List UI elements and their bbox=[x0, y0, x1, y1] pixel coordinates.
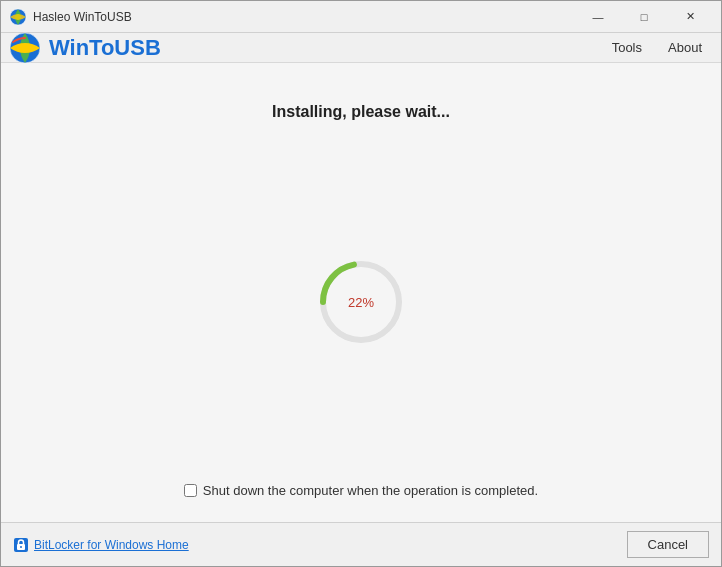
title-bar-controls: — □ ✕ bbox=[575, 1, 713, 33]
bitlocker-link[interactable]: BitLocker for Windows Home bbox=[13, 537, 189, 553]
menu-bar: WinToUSB Tools About bbox=[1, 33, 721, 63]
bottom-area: Shut down the computer when the operatio… bbox=[1, 483, 721, 522]
menu-items: Tools About bbox=[601, 35, 713, 60]
shutdown-label: Shut down the computer when the operatio… bbox=[203, 483, 538, 498]
footer-bar: BitLocker for Windows Home Cancel bbox=[1, 522, 721, 566]
progress-label: 22% bbox=[348, 295, 374, 310]
app-logo-icon bbox=[9, 32, 41, 64]
main-content: Installing, please wait... 22% Shut down… bbox=[1, 63, 721, 522]
minimize-button[interactable]: — bbox=[575, 1, 621, 33]
shutdown-checkbox[interactable] bbox=[184, 484, 197, 497]
status-text: Installing, please wait... bbox=[272, 103, 450, 121]
checkbox-area: Shut down the computer when the operatio… bbox=[184, 483, 538, 498]
maximize-button[interactable]: □ bbox=[621, 1, 667, 33]
title-bar-text: Hasleo WinToUSB bbox=[33, 10, 575, 24]
svg-point-8 bbox=[20, 546, 22, 548]
about-menu[interactable]: About bbox=[657, 35, 713, 60]
close-button[interactable]: ✕ bbox=[667, 1, 713, 33]
bitlocker-icon bbox=[13, 537, 29, 553]
progress-area: 22% bbox=[316, 121, 406, 483]
cancel-button[interactable]: Cancel bbox=[627, 531, 709, 558]
main-window: Hasleo WinToUSB — □ ✕ WinToUSB Tools bbox=[0, 0, 722, 567]
tools-menu[interactable]: Tools bbox=[601, 35, 653, 60]
title-bar: Hasleo WinToUSB — □ ✕ bbox=[1, 1, 721, 33]
app-title: WinToUSB bbox=[49, 35, 161, 61]
app-icon-small bbox=[9, 8, 27, 26]
circular-progress: 22% bbox=[316, 257, 406, 347]
app-logo: WinToUSB bbox=[9, 32, 161, 64]
